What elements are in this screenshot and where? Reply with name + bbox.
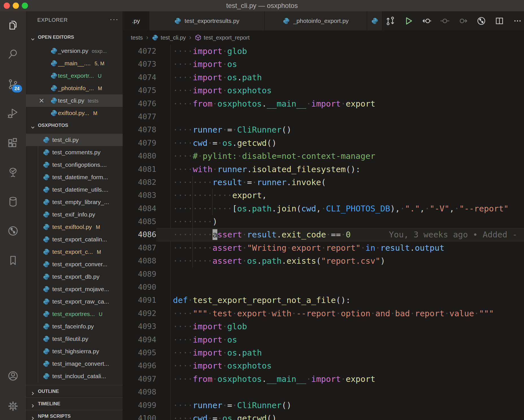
tree-item[interactable]: test_datetime_form... (26, 171, 123, 183)
tab-label: .py (132, 18, 140, 24)
more-actions-icon[interactable] (512, 16, 523, 26)
tree-item[interactable]: test_fileutil.py (26, 333, 123, 345)
line-number: 4081 (123, 163, 156, 176)
python-file-icon (43, 261, 50, 268)
tree-item[interactable]: test_incloud_catali... (26, 370, 123, 382)
file-name: test_empty_library_... (52, 196, 109, 208)
tab-label: test_exportresults.py (185, 18, 239, 24)
open-editor-item[interactable]: exiftool.py...M (26, 107, 123, 119)
section-outline[interactable]: OUTLINE (26, 385, 123, 397)
code-line: 4095····import·os.path (123, 346, 524, 359)
git-status-badge: M (98, 86, 102, 91)
line-content: ········result·=·runner.invoke( (156, 176, 524, 189)
git-graph-icon[interactable] (476, 16, 486, 26)
file-name: __main__....5, M (58, 57, 105, 70)
files-icon[interactable] (7, 19, 19, 31)
tree-item[interactable]: test_comments.py (26, 146, 123, 159)
tree-item[interactable]: test_image_convert... (26, 358, 123, 370)
close-icon[interactable] (38, 98, 45, 104)
code-line: 4079····cwd·=·os.getcwd() (123, 137, 524, 150)
line-number: 4092 (123, 307, 156, 320)
line-content: ····#·pylint:·disable=not-context-manage… (156, 150, 524, 163)
test-tree-icon[interactable] (7, 166, 19, 179)
account-icon[interactable] (7, 370, 19, 382)
split-editor-icon[interactable] (494, 16, 504, 26)
chevron-right-icon (30, 389, 36, 394)
code-line: 4094····import·os (123, 333, 524, 346)
open-editor-item[interactable]: test_exportr...U (26, 70, 123, 82)
settings-gear-icon[interactable] (7, 400, 19, 412)
file-name: test_exportr...U (58, 70, 101, 82)
indent-guide (192, 189, 193, 202)
tree-item[interactable]: test_cli.py (26, 134, 123, 146)
run-icon[interactable] (403, 16, 413, 26)
code-line: 4076····from·osxphotos.__main__·import·e… (123, 97, 524, 110)
code-editor[interactable]: 4072····import·glob4073····import·os4074… (123, 45, 524, 420)
tree-item[interactable]: test_empty_library_... (26, 196, 123, 208)
file-name: test_export_catalin... (52, 233, 107, 246)
open-editor-item[interactable]: _photoinfo_...M (26, 82, 123, 94)
file-name: exiftool.py...M (58, 107, 98, 120)
line-number: 4088 (123, 254, 156, 267)
code-line: 4089 (123, 268, 524, 281)
tree-item[interactable]: test_configoptions.... (26, 159, 123, 171)
sidebar-actions-icon[interactable]: ··· (110, 11, 119, 29)
line-number: 4086 (123, 228, 156, 241)
open-editor-item[interactable]: _version.pyosxp... (26, 45, 123, 57)
tree-item[interactable]: test_datetime_utils.... (26, 183, 123, 196)
tree-item[interactable]: test_exif_info.py (26, 208, 123, 221)
nav-location-icon[interactable] (440, 16, 450, 26)
line-content: ········assert·result.exit_code·==·0You,… (156, 228, 524, 241)
tree-item[interactable]: test_exiftool.pyM (26, 221, 123, 233)
bookmark-icon[interactable] (7, 254, 19, 267)
code-line: 4083············export, (123, 189, 524, 202)
search-icon[interactable] (7, 48, 19, 61)
git-status-badge: U (99, 311, 103, 317)
code-line: 4081····with·runner.isolated_filesystem(… (123, 163, 524, 176)
tree-item[interactable]: test_export_raw_ca... (26, 295, 123, 308)
python-file-icon (43, 298, 50, 305)
tab-partial[interactable] (367, 11, 382, 31)
open-editor-item[interactable]: __main__....5, M (26, 57, 123, 70)
breadcrumb-item[interactable]: test_cli.py (152, 34, 186, 41)
python-file-icon (43, 335, 50, 343)
line-content: ····"""·test·export·with·--report·option… (156, 307, 524, 320)
tree-item[interactable]: test_export_catalin... (26, 233, 123, 246)
tree-item[interactable]: test_faceinfo.py (26, 320, 123, 333)
nav-back-icon[interactable] (422, 16, 432, 26)
git-circle-icon[interactable] (7, 225, 19, 237)
line-number: 4095 (123, 346, 156, 359)
tab-.py[interactable]: .py (123, 11, 149, 31)
breadcrumb-item[interactable]: tests (131, 34, 143, 41)
section-label: OSXPHOTOS (38, 119, 68, 132)
section-project[interactable]: OSXPHOTOS (26, 119, 123, 132)
tree-item[interactable]: test_exportres...U (26, 308, 123, 320)
file-name: _photoinfo_...M (58, 82, 102, 95)
tab-test_exportresults.py[interactable]: test_exportresults.py (149, 11, 265, 31)
tree-item[interactable]: test_highsierra.py (26, 345, 123, 358)
breadcrumb-item[interactable]: test_export_report (195, 34, 250, 41)
section-npm-scripts[interactable]: NPM SCRIPTS (26, 410, 123, 420)
open-changes-icon[interactable] (385, 16, 395, 26)
editor-group: .pytest_exportresults.py_photoinfo_expor… (123, 11, 524, 420)
line-number: 4099 (123, 399, 156, 412)
open-editor-item[interactable]: test_cli.pytests (26, 94, 123, 107)
file-name: test_export_raw_ca... (52, 295, 109, 308)
line-content (156, 386, 524, 399)
run-debug-icon[interactable] (7, 107, 19, 120)
tree-item[interactable]: test_export_conver... (26, 258, 123, 270)
code-line: 4087········assert·"Writing·export·repor… (123, 241, 524, 254)
indent-guide (212, 189, 213, 202)
database-icon[interactable] (7, 196, 19, 208)
extensions-icon[interactable] (7, 137, 19, 149)
code-line: 4099····runner·=·CliRunner() (123, 399, 524, 412)
tree-item[interactable]: test_export_db.py (26, 270, 123, 283)
tree-item[interactable]: test_export_c...M (26, 246, 123, 258)
tab-_photoinfo_export.py[interactable]: _photoinfo_export.py (265, 11, 367, 31)
section-label: OUTLINE (38, 385, 59, 398)
nav-forward-icon[interactable] (458, 16, 468, 26)
line-content: ····import·glob (156, 45, 524, 58)
tree-item[interactable]: test_export_mojave... (26, 283, 123, 295)
section-timeline[interactable]: TIMELINE (26, 397, 123, 410)
section-open-editors[interactable]: OPEN EDITORS (26, 31, 123, 44)
